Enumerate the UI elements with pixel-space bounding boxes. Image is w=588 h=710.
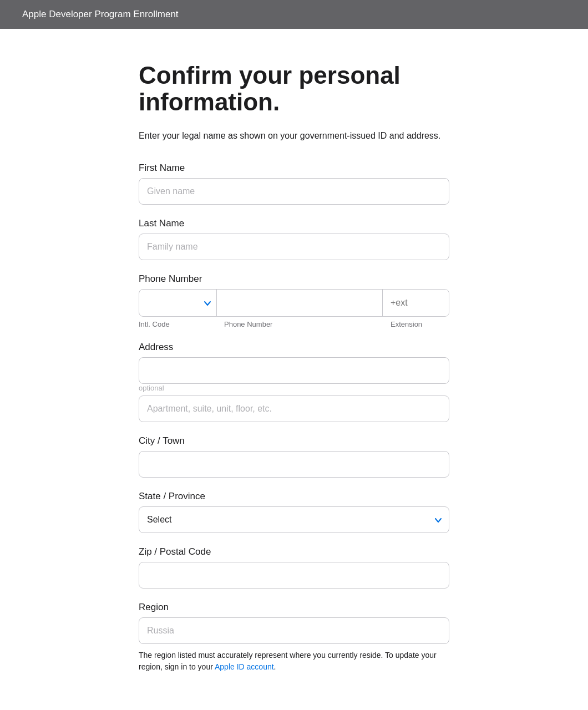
phone-extension-input[interactable] bbox=[382, 290, 449, 316]
intl-code-select[interactable] bbox=[139, 290, 216, 316]
first-name-input[interactable] bbox=[139, 178, 449, 205]
zip-postal-input[interactable] bbox=[139, 562, 449, 589]
last-name-input[interactable] bbox=[139, 234, 449, 260]
state-province-select-wrapper: Select bbox=[139, 506, 449, 533]
page-heading: Confirm your personal information. bbox=[139, 62, 449, 116]
intl-code-wrapper bbox=[139, 290, 217, 316]
extension-sublabel: Extension bbox=[383, 320, 449, 328]
phone-number-sublabel: Phone Number bbox=[216, 320, 383, 328]
page-description: Enter your legal name as shown on your g… bbox=[139, 129, 449, 143]
intl-code-sublabel: Intl. Code bbox=[139, 320, 216, 328]
region-note-text: The region listed must accurately repres… bbox=[139, 651, 437, 671]
region-note-end: . bbox=[274, 662, 276, 671]
zip-postal-label: Zip / Postal Code bbox=[139, 546, 449, 557]
region-note: The region listed must accurately repres… bbox=[139, 650, 449, 673]
state-province-select[interactable]: Select bbox=[139, 506, 449, 533]
city-town-input[interactable] bbox=[139, 451, 449, 478]
last-name-group: Last Name bbox=[139, 218, 449, 260]
region-group: Region The region listed must accurately… bbox=[139, 602, 449, 673]
optional-label: optional bbox=[139, 384, 449, 392]
zip-postal-group: Zip / Postal Code bbox=[139, 546, 449, 589]
top-bar-title: Apple Developer Program Enrollment bbox=[22, 9, 179, 20]
last-name-label: Last Name bbox=[139, 218, 449, 229]
first-name-group: First Name bbox=[139, 163, 449, 205]
apple-id-account-link[interactable]: Apple ID account bbox=[215, 662, 274, 671]
city-town-group: City / Town bbox=[139, 435, 449, 478]
address-group: Address optional bbox=[139, 342, 449, 422]
address-optional-input[interactable] bbox=[139, 395, 449, 422]
phone-number-group: Phone Number Intl. Code Phone Number bbox=[139, 273, 449, 328]
main-content: Confirm your personal information. Enter… bbox=[94, 29, 494, 710]
region-input bbox=[139, 617, 449, 644]
phone-row bbox=[139, 289, 449, 317]
address-label: Address bbox=[139, 342, 449, 353]
phone-labels: Intl. Code Phone Number Extension bbox=[139, 320, 449, 328]
state-province-group: State / Province Select bbox=[139, 491, 449, 533]
city-town-label: City / Town bbox=[139, 435, 449, 447]
phone-number-input[interactable] bbox=[217, 290, 382, 316]
top-bar: Apple Developer Program Enrollment bbox=[0, 0, 588, 29]
address-input[interactable] bbox=[139, 357, 449, 384]
phone-number-label: Phone Number bbox=[139, 273, 449, 285]
first-name-label: First Name bbox=[139, 163, 449, 174]
state-province-label: State / Province bbox=[139, 491, 449, 502]
region-label: Region bbox=[139, 602, 449, 613]
